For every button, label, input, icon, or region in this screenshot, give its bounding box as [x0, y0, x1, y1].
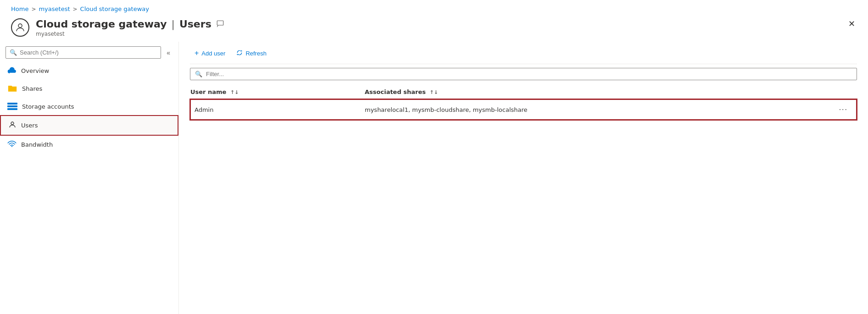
row-more-options-button[interactable]: ···: [836, 105, 851, 115]
search-input[interactable]: [20, 49, 157, 56]
sidebar-item-bandwidth-label: Bandwidth: [21, 141, 53, 148]
sidebar: 🔍 « Overview Shares: [0, 42, 179, 314]
cell-associated-shares: mysharelocal1, mysmb-cloudshare, mysmb-l…: [365, 99, 829, 120]
header-title-block: Cloud storage gateway | Users myasetest: [36, 18, 224, 37]
refresh-label: Refresh: [245, 50, 267, 57]
header-section-name: Users: [179, 18, 211, 30]
svg-point-0: [18, 24, 22, 28]
wifi-icon: [7, 140, 17, 149]
col-header-actions: [829, 85, 857, 99]
header-left: Cloud storage gateway | Users myasetest: [11, 18, 224, 37]
sidebar-item-shares[interactable]: Shares: [0, 79, 178, 98]
refresh-button[interactable]: Refresh: [232, 47, 271, 60]
sidebar-item-bandwidth[interactable]: Bandwidth: [0, 136, 178, 154]
breadcrumb-current[interactable]: Cloud storage gateway: [80, 6, 149, 12]
breadcrumb-home[interactable]: Home: [11, 6, 28, 12]
sidebar-item-storage-accounts-label: Storage accounts: [22, 103, 74, 110]
filter-search-icon: 🔍: [195, 71, 202, 77]
header-divider: |: [171, 18, 174, 30]
refresh-icon: [236, 50, 243, 57]
sort-icon-username[interactable]: ↑↓: [230, 89, 239, 95]
folder-icon: [7, 84, 17, 93]
sidebar-item-overview-label: Overview: [21, 67, 49, 74]
header-title: Cloud storage gateway | Users: [36, 18, 224, 30]
breadcrumb: Home > myasetest > Cloud storage gateway: [0, 0, 868, 15]
sort-icon-shares[interactable]: ↑↓: [430, 89, 438, 95]
svg-point-2: [11, 122, 14, 125]
header-resource-name: Cloud storage gateway: [36, 18, 167, 30]
cell-actions[interactable]: ···: [829, 99, 857, 120]
filter-bar[interactable]: 🔍: [190, 68, 857, 80]
cloud-icon: [7, 67, 17, 75]
sidebar-item-overview[interactable]: Overview: [0, 62, 178, 79]
toolbar: + Add user Refresh: [190, 42, 857, 64]
sidebar-item-users[interactable]: Users: [0, 115, 178, 136]
add-user-label: Add user: [201, 50, 225, 57]
add-user-button[interactable]: + Add user: [190, 46, 230, 60]
breadcrumb-myasetest[interactable]: myasetest: [39, 6, 70, 12]
sidebar-item-storage-accounts[interactable]: Storage accounts: [0, 98, 178, 115]
close-button[interactable]: ✕: [846, 18, 857, 30]
search-bar: 🔍 «: [6, 46, 173, 59]
feedback-icon[interactable]: [216, 20, 224, 30]
users-table: User name ↑↓ Associated shares ↑↓ Adminm…: [190, 85, 857, 120]
svg-rect-1: [217, 21, 223, 25]
main-layout: 🔍 « Overview Shares: [0, 42, 868, 314]
header-area: Cloud storage gateway | Users myasetest …: [0, 15, 868, 42]
col-header-username[interactable]: User name ↑↓: [190, 85, 365, 99]
breadcrumb-sep1: >: [31, 6, 36, 12]
search-input-wrapper[interactable]: 🔍: [6, 46, 161, 59]
storage-icon: [7, 102, 17, 110]
collapse-sidebar-button[interactable]: «: [164, 47, 173, 58]
content-area: + Add user Refresh 🔍: [179, 42, 868, 314]
filter-input[interactable]: [206, 71, 852, 77]
add-icon: +: [195, 49, 199, 57]
table-row: Adminmysharelocal1, mysmb-cloudshare, my…: [190, 99, 857, 120]
resource-avatar-icon: [11, 18, 29, 37]
cell-username: Admin: [190, 99, 365, 120]
person-icon: [8, 121, 17, 130]
header-subtitle: myasetest: [36, 31, 224, 37]
sidebar-item-users-label: Users: [21, 122, 38, 129]
sidebar-item-shares-label: Shares: [22, 85, 42, 92]
breadcrumb-sep2: >: [73, 6, 78, 12]
search-icon: 🔍: [10, 49, 17, 56]
col-header-shares[interactable]: Associated shares ↑↓: [365, 85, 829, 99]
